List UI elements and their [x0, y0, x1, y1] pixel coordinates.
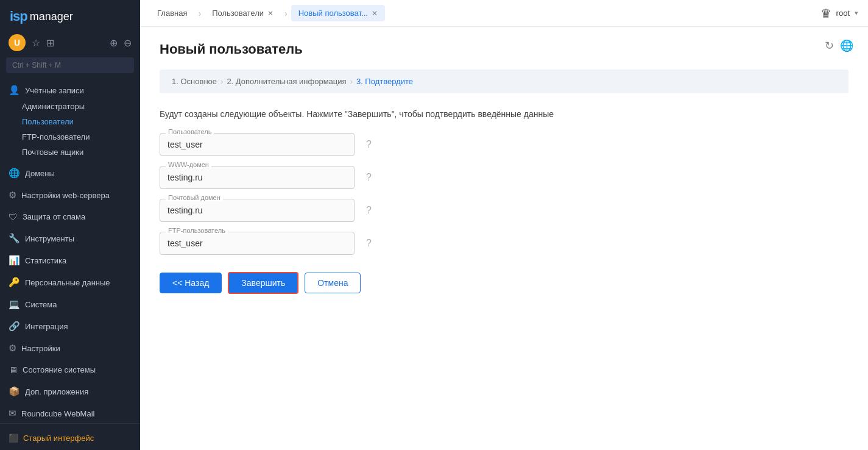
section-addapps-label: Доп. приложения: [25, 387, 88, 396]
cancel-button[interactable]: Отмена: [305, 273, 361, 293]
tab-users-label: Пользователи: [212, 9, 264, 18]
field-mail-domain-label: Почтовый домен: [166, 194, 223, 201]
page-title: Новый пользователь: [160, 41, 849, 57]
sidebar-item-ftp-users[interactable]: FTP-пользователи: [0, 129, 140, 145]
globe-icon[interactable]: 🌐: [840, 39, 853, 52]
user-crown-icon: ♛: [820, 6, 831, 21]
step-1-label: 1. Основное: [172, 77, 217, 86]
user-menu[interactable]: ♛ root ▾: [820, 6, 858, 21]
section-tools-label: Инструменты: [25, 234, 74, 243]
grid-icon[interactable]: ⊞: [46, 37, 54, 49]
field-www-domain: WWW-домен ?: [160, 166, 355, 189]
section-addapps-title[interactable]: 📦Доп. приложения: [0, 383, 140, 400]
field-username-input[interactable]: [160, 133, 355, 156]
section-spam-title[interactable]: 🛡Защита от спама: [0, 209, 140, 225]
section-webserver-title[interactable]: ⚙Настройки web-сервера: [0, 187, 140, 204]
section-stats-title[interactable]: 📊Статистика: [0, 252, 140, 269]
sidebar: ispmanager U ☆ ⊞ ⊕ ⊖ 👤 Учётные записи Ад…: [0, 0, 140, 450]
section-stats-label: Статистика: [25, 256, 66, 265]
sidebar-footer: ⬛ Старый интерфейс ISPmanager Lite 5.263…: [0, 423, 140, 450]
user-avatar-icon[interactable]: U: [9, 34, 26, 51]
section-sysstate-title[interactable]: 🖥Состояние системы: [0, 362, 140, 378]
field-mail-domain-help-icon[interactable]: ?: [366, 205, 372, 216]
section-domains-label: Домены: [25, 169, 55, 178]
step-arrow-1: ›: [221, 77, 223, 86]
section-settings-label: Настройки: [21, 344, 60, 353]
tab-new-user-label: Новый пользоват...: [298, 9, 368, 18]
field-username: Пользователь ?: [160, 133, 355, 156]
section-roundcube-label: Roundcube WebMail: [21, 409, 94, 418]
section-personal-label: Персональные данные: [25, 278, 110, 287]
section-accounts-label: Учётные записи: [25, 86, 84, 95]
section-tools-title[interactable]: 🔧Инструменты: [0, 230, 140, 247]
section-personal-title[interactable]: 🔑Персональные данные: [0, 274, 140, 291]
section-roundcube-title[interactable]: ✉Roundcube WebMail: [0, 405, 140, 422]
add-icon[interactable]: ⊕: [110, 37, 118, 49]
old-interface-label: Старый интерфейс: [23, 434, 94, 443]
field-ftp-user-label: FTP-пользователь: [166, 227, 228, 234]
section-integration-title[interactable]: 🔗Интеграция: [0, 318, 140, 335]
main-area: Главная › Пользователи ✕ › Новый пользов…: [140, 0, 868, 450]
step-arrow-2: ›: [350, 77, 353, 86]
field-ftp-user-help-icon[interactable]: ?: [366, 238, 372, 249]
step-1[interactable]: 1. Основное: [172, 77, 217, 86]
tab-users-close-icon[interactable]: ✕: [267, 9, 273, 18]
step-2-label: 2. Дополнительная информация: [227, 77, 346, 86]
sidebar-item-admins[interactable]: Администраторы: [0, 99, 140, 114]
section-integration-label: Интеграция: [25, 322, 68, 331]
field-username-label: Пользователь: [166, 128, 214, 135]
tab-new-user-close-icon[interactable]: ✕: [372, 9, 378, 18]
section-settings-title[interactable]: ⚙Настройки: [0, 340, 140, 357]
field-www-domain-help-icon[interactable]: ?: [366, 172, 372, 183]
logo: ispmanager: [0, 0, 140, 30]
logo-isp: isp: [10, 9, 27, 24]
sidebar-icon-row: U ☆ ⊞ ⊕ ⊖: [0, 30, 140, 57]
logo-manager: manager: [30, 10, 73, 23]
content-toolbar: ↻ 🌐: [825, 39, 853, 52]
section-sysstate-label: Состояние системы: [23, 365, 96, 374]
field-mail-domain: Почтовый домен ?: [160, 199, 355, 222]
section-domains: 🌐 Домены: [0, 161, 140, 183]
field-www-domain-input[interactable]: [160, 166, 355, 189]
accounts-icon: 👤: [9, 85, 20, 96]
description-text: Будут созданы следующие объекты. Нажмите…: [160, 108, 849, 121]
button-row: << Назад Завершить Отмена: [160, 272, 849, 294]
section-domains-title[interactable]: 🌐 Домены: [0, 165, 140, 182]
steps-bar: 1. Основное › 2. Дополнительная информац…: [160, 70, 849, 93]
tab-new-user[interactable]: Новый пользоват... ✕: [291, 5, 385, 21]
user-dropdown-icon: ▾: [855, 9, 858, 17]
back-button[interactable]: << Назад: [160, 273, 222, 293]
tab-sep-1: ›: [198, 9, 201, 18]
finish-button[interactable]: Завершить: [228, 272, 298, 294]
refresh-icon[interactable]: ↻: [825, 39, 834, 52]
domains-icon: 🌐: [9, 168, 20, 179]
version-info: ISPmanager Lite 5.263.1 ISPsystem © 1997…: [9, 446, 132, 450]
tab-home[interactable]: Главная: [150, 5, 194, 21]
step-3-label: 3. Подтвердите: [356, 77, 413, 86]
field-mail-domain-input[interactable]: [160, 199, 355, 222]
minus-icon[interactable]: ⊖: [124, 37, 132, 49]
username-label: root: [836, 9, 850, 18]
section-webserver-label: Настройки web-сервера: [21, 191, 110, 200]
content-area: ↻ 🌐 Новый пользователь 1. Основное › 2. …: [140, 27, 868, 450]
step-3[interactable]: 3. Подтвердите: [356, 77, 413, 86]
section-spam-label: Защита от спама: [23, 212, 85, 221]
star-icon[interactable]: ☆: [32, 37, 40, 49]
step-2[interactable]: 2. Дополнительная информация: [227, 77, 346, 86]
field-ftp-user: FTP-пользователь ?: [160, 232, 355, 255]
section-accounts-title[interactable]: 👤 Учётные записи: [0, 82, 140, 99]
search-input[interactable]: [6, 57, 134, 73]
old-interface-icon: ⬛: [9, 434, 18, 443]
field-ftp-user-input[interactable]: [160, 232, 355, 255]
sidebar-item-users[interactable]: Пользователи: [0, 114, 140, 129]
section-accounts: 👤 Учётные записи Администраторы Пользова…: [0, 78, 140, 161]
old-interface-link[interactable]: ⬛ Старый интерфейс: [9, 430, 132, 446]
field-username-help-icon[interactable]: ?: [366, 139, 372, 150]
field-www-domain-label: WWW-домен: [166, 161, 211, 168]
tab-users[interactable]: Пользователи ✕: [205, 5, 281, 21]
topbar: Главная › Пользователи ✕ › Новый пользов…: [140, 0, 868, 27]
tab-sep-2: ›: [284, 9, 288, 18]
section-system-title[interactable]: 💻Система: [0, 296, 140, 313]
tab-home-label: Главная: [157, 9, 187, 18]
sidebar-item-mailboxes[interactable]: Почтовые ящики: [0, 145, 140, 160]
